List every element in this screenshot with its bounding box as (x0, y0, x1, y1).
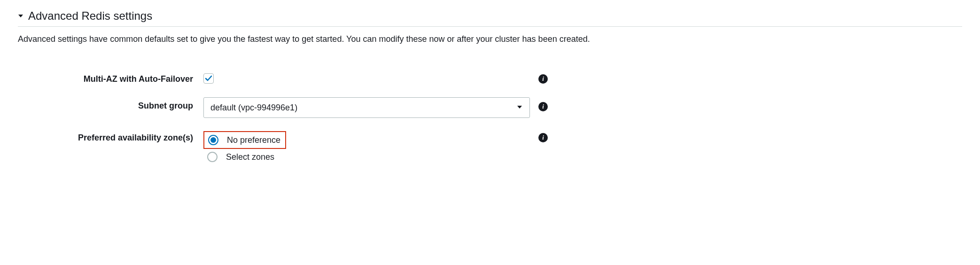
row-preferred-az: Preferred availability zone(s) No prefer… (18, 131, 962, 165)
chevron-down-icon (516, 103, 523, 113)
radio-icon (207, 152, 218, 162)
subnet-group-select[interactable]: default (vpc-994996e1) (203, 97, 530, 118)
control-preferred-az: No preference Select zones (203, 131, 530, 165)
info-icon[interactable]: i (538, 133, 548, 142)
radio-option-no-preference[interactable]: No preference (203, 131, 286, 149)
subnet-group-selected-value: default (vpc-994996e1) (210, 103, 297, 113)
control-multi-az (203, 73, 530, 84)
label-preferred-az: Preferred availability zone(s) (18, 131, 203, 143)
radio-label: No preference (227, 135, 280, 145)
form-area: Multi-AZ with Auto-Failover i Subnet gro… (18, 73, 962, 165)
multi-az-checkbox[interactable] (203, 73, 214, 84)
control-subnet-group: default (vpc-994996e1) (203, 97, 530, 118)
radio-option-select-zones[interactable]: Select zones (203, 149, 279, 165)
radio-label: Select zones (226, 152, 274, 162)
section-header[interactable]: Advanced Redis settings (18, 9, 962, 27)
info-icon[interactable]: i (538, 74, 548, 84)
checkmark-icon (205, 75, 212, 82)
info-icon[interactable]: i (538, 102, 548, 111)
section-description: Advanced settings have common defaults s… (18, 33, 962, 45)
row-subnet-group: Subnet group default (vpc-994996e1) i (18, 97, 962, 118)
label-multi-az: Multi-AZ with Auto-Failover (18, 73, 203, 84)
row-multi-az: Multi-AZ with Auto-Failover i (18, 73, 962, 84)
svg-marker-0 (18, 15, 23, 17)
caret-down-icon (18, 13, 23, 19)
preferred-az-radio-group: No preference Select zones (203, 131, 286, 165)
radio-icon (208, 135, 218, 145)
svg-marker-1 (517, 106, 522, 109)
label-subnet-group: Subnet group (18, 97, 203, 111)
section-title: Advanced Redis settings (28, 9, 152, 23)
